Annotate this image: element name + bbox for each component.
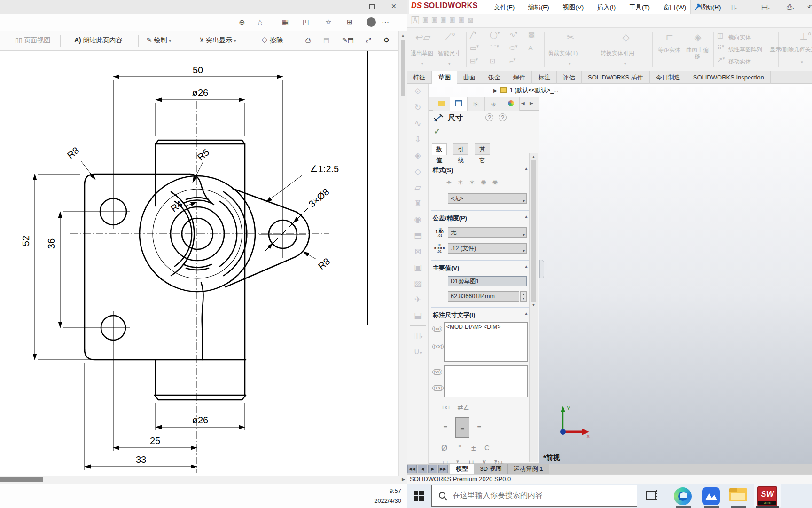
polygon-tool-icon[interactable]: ▩: [528, 31, 535, 39]
add-favorite-icon[interactable]: ☆: [257, 18, 263, 27]
override-value2-icon[interactable]: (XX): [432, 344, 444, 349]
pdf-horizontal-scrollbar[interactable]: ▶: [0, 476, 407, 484]
chevron-down-icon[interactable]: ▾: [569, 62, 571, 66]
panel-splitter-handle[interactable]: [539, 260, 544, 278]
restore-icon[interactable]: [369, 4, 375, 9]
tool-icon[interactable]: ◫▾: [407, 328, 429, 344]
collapse-chevron-icon[interactable]: ▲: [524, 311, 529, 316]
featuremanager-tab[interactable]: [433, 97, 450, 111]
taskbar-clock[interactable]: 9:57 2022/4/30: [374, 486, 401, 506]
menu-insert[interactable]: 插入(I): [592, 1, 622, 14]
point-tool-icon[interactable]: ⊡: [490, 57, 496, 65]
help-icon[interactable]: ?: [485, 113, 493, 121]
tool-icon[interactable]: ∿: [407, 116, 429, 132]
tool-icon[interactable]: ↻: [407, 100, 429, 116]
tab-sheet-metal[interactable]: 钣金: [482, 71, 507, 84]
save-icon[interactable]: ▤: [323, 36, 329, 44]
dual-value2-icon[interactable]: (XX): [432, 385, 444, 391]
tool-icon[interactable]: ⬒: [407, 228, 429, 244]
surface-offset-label[interactable]: 曲面上偏移: [685, 47, 710, 60]
page-view-button[interactable]: ▯▯ 页面视图: [15, 36, 50, 45]
tab-model[interactable]: 模型: [450, 464, 474, 474]
erase-button[interactable]: ◇ 擦除: [261, 36, 283, 45]
tab-sketch[interactable]: 草图: [432, 71, 457, 84]
move-entities-label[interactable]: 移动实体: [728, 58, 751, 66]
close-icon[interactable]: ✕: [391, 2, 397, 10]
smart-dimension-label[interactable]: 智能尺寸: [438, 49, 461, 57]
chevron-down-icon[interactable]: ▾: [801, 60, 803, 64]
chevron-down-icon[interactable]: ▾: [421, 62, 423, 66]
display-delete-relations-label[interactable]: 显示/删除几何关系: [770, 46, 812, 54]
offset-entities-label[interactable]: 等距实体: [657, 47, 681, 53]
tree-item-label[interactable]: 1 (默认<<默认>_...: [510, 87, 559, 94]
new-document-icon[interactable]: ▯▾: [731, 3, 737, 11]
solidworks-app-icon[interactable]: SW 2020: [757, 486, 777, 506]
display-tab[interactable]: [502, 97, 520, 111]
menu-tools[interactable]: 工具(T): [624, 1, 656, 14]
pdf-vertical-scrollbar[interactable]: ▲: [398, 31, 407, 477]
diameter-symbol-button[interactable]: Ø: [441, 444, 447, 453]
trim-entities-label[interactable]: 剪裁实体(T): [548, 49, 578, 57]
angle-text-icon[interactable]: ⇄∠: [457, 403, 469, 412]
smart-dimension-icon[interactable]: ⟋°: [440, 32, 461, 42]
dimxpert-tab[interactable]: ⊕: [485, 97, 502, 111]
collapse-chevron-icon[interactable]: ▲: [524, 166, 529, 171]
save-icon[interactable]: ▤▾: [761, 3, 770, 11]
line-tool-icon[interactable]: ╱▾: [470, 31, 474, 39]
convert-entities-label[interactable]: 转换实体引用: [601, 49, 634, 57]
chevron-down-icon[interactable]: ▾: [624, 62, 626, 66]
collapse-chevron-icon[interactable]: ▲: [524, 214, 529, 219]
highlight-button[interactable]: ⊻ 突出显示 ▾: [199, 36, 236, 45]
scrollbar-thumb[interactable]: [531, 160, 536, 302]
tab-addins[interactable]: SOLIDWORKS 插件: [582, 71, 650, 84]
rectangle-tool-icon[interactable]: ▭▾: [470, 44, 476, 52]
tool-icon[interactable]: ♜: [407, 196, 429, 212]
feature-tree-item[interactable]: ▶ 1 (默认<<默认>_...: [493, 87, 559, 95]
tab-surfaces[interactable]: 曲面: [457, 71, 482, 84]
tool-icon[interactable]: ✈: [407, 292, 429, 308]
blue-app-icon[interactable]: [702, 487, 720, 505]
tab-3d-views[interactable]: 3D 视图: [474, 464, 508, 474]
style-buttons[interactable]: ✦✶✶✹✹: [446, 178, 504, 187]
start-button[interactable]: [414, 491, 424, 501]
tree-expand-icon[interactable]: ▶: [493, 88, 497, 93]
arc-tool-icon[interactable]: ⌒▾: [490, 44, 497, 53]
tab-annotate[interactable]: 标注: [532, 71, 557, 84]
override-value-icon[interactable]: (xx): [432, 326, 442, 332]
scroll-up-icon[interactable]: ▲: [530, 153, 538, 159]
dimension-name-field[interactable]: D1@草图1: [448, 276, 527, 286]
sidebar-icon[interactable]: ▦: [282, 18, 289, 26]
tool-icon[interactable]: ◉: [407, 212, 429, 228]
linear-pattern-icon[interactable]: ⠿▾: [717, 44, 722, 51]
fillet-tool-icon[interactable]: ⌐▾: [509, 57, 514, 65]
settings-gear-icon[interactable]: ⚙: [383, 36, 390, 44]
collapse-chevron-icon[interactable]: ▲: [524, 264, 529, 269]
menu-edit[interactable]: 编辑(E): [523, 1, 555, 14]
exit-sketch-icon[interactable]: ↩▱: [413, 32, 433, 43]
tool-icon[interactable]: ◇: [407, 164, 429, 180]
tab-leaders[interactable]: 引线: [453, 143, 468, 155]
dual-value-icon[interactable]: (xx): [432, 369, 442, 375]
menu-file[interactable]: 文件(F): [488, 1, 520, 14]
zoom-icon[interactable]: ⊕: [239, 18, 245, 27]
linear-pattern-label[interactable]: 线性草图阵列: [728, 46, 762, 54]
tolerance-section-header[interactable]: 公差/精度(P): [433, 214, 467, 222]
tab-mbd[interactable]: 今日制造: [650, 71, 687, 84]
scrollbar-thumb[interactable]: [401, 40, 405, 96]
ellipse-tool-icon[interactable]: ⬭▾: [509, 44, 515, 52]
extensions-icon[interactable]: ◳: [303, 18, 309, 26]
undo-icon[interactable]: ↶: [807, 3, 812, 11]
tab-scroll-prev-icon[interactable]: ◀: [418, 465, 427, 473]
primary-value-header[interactable]: 主要值(V): [433, 264, 459, 272]
mirror-entities-label[interactable]: 镜向实体: [728, 33, 751, 41]
plus-minus-symbol-button[interactable]: ±: [471, 444, 476, 453]
slot-tool-icon[interactable]: ⊟▾: [470, 57, 476, 65]
tab-value[interactable]: 数值: [432, 143, 447, 155]
tool-icon[interactable]: ◈: [407, 148, 429, 164]
tab-scroll-left-icon[interactable]: ◀: [521, 101, 525, 106]
tab-scroll-right-icon[interactable]: ▶: [530, 101, 533, 106]
tab-scroll-next-icon[interactable]: ▶: [428, 465, 437, 473]
mirror-entities-icon[interactable]: ◫: [717, 32, 723, 39]
precision-dropdown[interactable]: .12 (文件)▾: [448, 243, 527, 254]
degree-symbol-button[interactable]: °: [458, 444, 461, 453]
